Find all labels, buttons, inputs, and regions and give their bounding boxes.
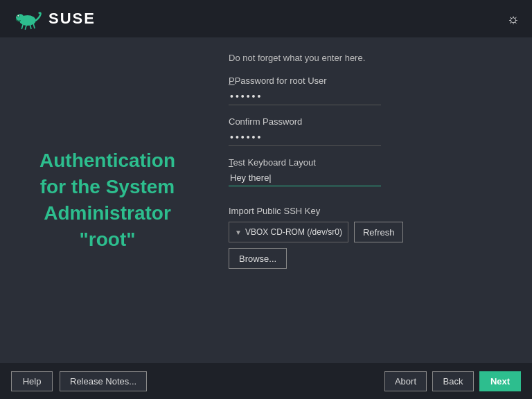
abort-button[interactable]: Abort [384,371,427,391]
ssh-label: Import Public SSH Key [229,206,511,216]
dropdown-arrow-icon: ▼ [235,229,242,236]
logo-text: SUSE [48,10,96,28]
ssh-row: ▼ VBOX CD-ROM (/dev/sr0) Refresh [229,222,511,242]
password-group: PPassword for root User [229,76,511,105]
dropdown-value: VBOX CD-ROM (/dev/sr0) [245,227,342,237]
keyboard-layout-input[interactable] [229,170,381,186]
password-label: PPassword for root User [229,76,511,86]
confirm-password-input[interactable] [229,130,381,146]
keyboard-layout-label: Test Keyboard Layout [229,157,511,168]
next-button[interactable]: Next [479,371,521,391]
confirm-password-group: Confirm Password [229,116,511,146]
svg-line-5 [25,25,26,29]
help-button[interactable]: Help [11,371,53,391]
chameleon-icon [12,8,42,30]
right-panel: Do not forget what you enter here. PPass… [215,37,532,363]
hint-text: Do not forget what you enter here. [229,53,511,63]
ssh-device-dropdown[interactable]: ▼ VBOX CD-ROM (/dev/sr0) [229,222,348,242]
release-notes-button[interactable]: Release Notes... [60,371,147,391]
main-content: Authenticationfor the SystemAdministrato… [0,37,532,363]
ssh-section: Import Public SSH Key ▼ VBOX CD-ROM (/de… [229,206,511,269]
footer-left: Help Release Notes... [11,371,147,391]
left-panel: Authenticationfor the SystemAdministrato… [0,37,215,363]
password-input[interactable] [229,89,381,105]
settings-icon[interactable]: ☼ [507,11,520,27]
svg-line-7 [33,24,35,28]
refresh-button[interactable]: Refresh [354,222,404,242]
svg-point-3 [17,15,19,17]
logo-area: SUSE [12,8,96,30]
confirm-password-label: Confirm Password [229,116,511,127]
browse-button[interactable]: Browse... [229,248,287,269]
admin-title: Authenticationfor the SystemAdministrato… [39,148,175,252]
header: SUSE ☼ [0,0,532,37]
footer-right: Abort Back Next [384,371,521,391]
footer: Help Release Notes... Abort Back Next [0,363,532,399]
back-button[interactable]: Back [432,371,474,391]
svg-line-4 [21,24,23,28]
keyboard-layout-group: Test Keyboard Layout [229,157,511,186]
